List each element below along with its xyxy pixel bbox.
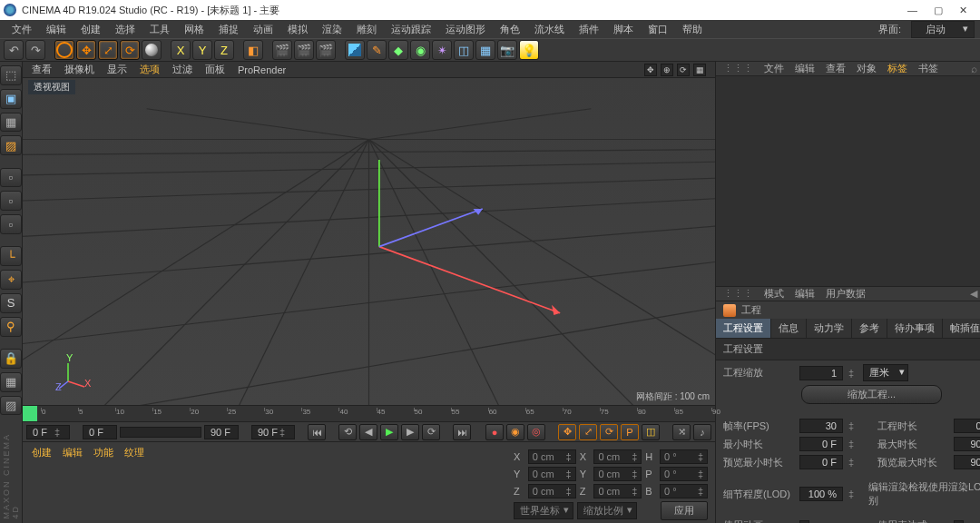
keyframe-sel-button[interactable]: ◎ — [527, 424, 545, 440]
render-settings-button[interactable]: 🎬 — [316, 40, 336, 60]
project-time-field[interactable]: 0 F — [954, 419, 981, 433]
menu-window[interactable]: 窗口 — [642, 21, 674, 38]
undo-button[interactable]: ↶ — [4, 40, 24, 60]
minimize-button[interactable]: — — [907, 5, 917, 16]
object-manager-tree[interactable] — [716, 76, 980, 287]
render-region-button[interactable]: 🎬 — [294, 40, 314, 60]
om-search-icon[interactable]: ⌕ — [971, 63, 977, 75]
attr-menu-edit[interactable]: 编辑 — [795, 287, 815, 301]
vp-layout-icon[interactable]: ▦ — [693, 64, 706, 76]
preview-min-field[interactable]: 0 F — [799, 455, 843, 469]
menu-script[interactable]: 脚本 — [607, 21, 640, 38]
light-button[interactable]: 💡 — [519, 40, 539, 60]
timeline-ruler[interactable]: 051015202530354045505560657075808590 — [23, 405, 715, 421]
rot-b-field[interactable]: 0 °‡ — [660, 484, 708, 498]
range-end-field[interactable]: 90 F — [204, 425, 239, 439]
texture-mode-button[interactable]: ▦ — [0, 113, 22, 133]
menu-create[interactable]: 创建 — [74, 21, 107, 38]
vp-zoom-icon[interactable]: ⊕ — [661, 64, 673, 76]
vp-menu-camera[interactable]: 摄像机 — [64, 63, 94, 76]
tab-reference[interactable]: 参考 — [852, 319, 887, 338]
tab-project-settings[interactable]: 工程设置 — [716, 319, 771, 338]
playhead[interactable] — [23, 406, 37, 421]
om-menu-view[interactable]: 查看 — [826, 62, 846, 75]
menu-pipeline[interactable]: 流水线 — [528, 21, 571, 38]
prev-frame-button[interactable]: ◀ — [359, 424, 377, 440]
make-editable-button[interactable]: ⬚ — [0, 65, 22, 85]
start-frame-field[interactable]: 0 F‡ — [26, 425, 70, 439]
mat-tab-tex[interactable]: 纹理 — [124, 446, 144, 459]
om-menu-edit[interactable]: 编辑 — [795, 62, 815, 75]
vp-menu-display[interactable]: 显示 — [107, 63, 127, 76]
fps-field[interactable]: 30 — [799, 419, 843, 433]
redo-button[interactable]: ↷ — [25, 40, 45, 60]
size-y-field[interactable]: 0 cm‡ — [593, 467, 642, 481]
attr-menu-mode[interactable]: 模式 — [764, 287, 784, 301]
edge-mode-button[interactable]: ▫ — [0, 191, 22, 211]
layout-select[interactable]: 启动 — [911, 21, 975, 38]
render-view-button[interactable]: 🎬 — [272, 40, 292, 60]
om-menu-file[interactable]: 文件 — [764, 62, 784, 75]
attr-back-icon[interactable]: ◀ — [970, 288, 977, 300]
autokey-button[interactable]: ◉ — [506, 424, 524, 440]
key-param-button[interactable]: P — [621, 424, 639, 440]
min-time-field[interactable]: 0 F — [799, 437, 843, 451]
lock-button[interactable]: 🔒 — [0, 349, 22, 369]
key-scale-button[interactable]: ⤢ — [579, 424, 597, 440]
deformer-button[interactable]: ◫ — [454, 40, 474, 60]
menu-select[interactable]: 选择 — [109, 21, 142, 38]
size-x-field[interactable]: 0 cm‡ — [593, 449, 642, 464]
next-key-button[interactable]: ⟳ — [422, 424, 440, 440]
menu-sculpt[interactable]: 雕刻 — [350, 21, 383, 38]
key-pos-button[interactable]: ✥ — [558, 424, 576, 440]
next-frame-button[interactable]: ▶ — [401, 424, 419, 440]
magnet-button[interactable]: ⚲ — [0, 317, 22, 337]
maximize-button[interactable]: ▢ — [934, 5, 943, 16]
menu-simulate[interactable]: 模拟 — [281, 21, 314, 38]
menu-mesh[interactable]: 网格 — [178, 21, 211, 38]
om-menu-bookmarks[interactable]: 书签 — [918, 62, 938, 75]
spline-pen-button[interactable]: ✎ — [367, 40, 387, 60]
coord-space-select[interactable]: 世界坐标 — [514, 502, 573, 519]
sound-button[interactable]: ♪ — [693, 424, 711, 440]
misc-2-button[interactable]: ▨ — [0, 396, 22, 416]
misc-1-button[interactable]: ▦ — [0, 372, 22, 392]
menu-plugins[interactable]: 插件 — [573, 21, 605, 38]
goto-end-button[interactable]: ⏭ — [453, 424, 471, 440]
snap-button[interactable]: S — [0, 293, 22, 313]
om-menu-object[interactable]: 对象 — [857, 62, 877, 75]
environment-button[interactable]: ▦ — [475, 40, 495, 60]
record-button[interactable]: ● — [485, 424, 504, 440]
move-tool[interactable]: ✥ — [76, 40, 96, 60]
axis-z-toggle[interactable]: Z — [214, 40, 234, 60]
scale-tool[interactable]: ⤢ — [98, 40, 118, 60]
vp-menu-prorender[interactable]: ProRender — [238, 64, 286, 75]
range-slider[interactable] — [120, 427, 201, 438]
close-button[interactable]: ✕ — [959, 5, 967, 16]
menu-mograph[interactable]: 运动图形 — [439, 21, 492, 38]
axis-mode-button[interactable]: └ — [0, 246, 22, 266]
coord-apply-button[interactable]: 应用 — [661, 501, 708, 520]
om-menu-tags[interactable]: 标签 — [887, 62, 907, 75]
pos-x-field[interactable]: 0 cm‡ — [528, 449, 576, 464]
vp-menu-view[interactable]: 查看 — [32, 63, 52, 76]
coord-scale-select[interactable]: 缩放比例 — [577, 502, 637, 519]
preview-max-field[interactable]: 90 F — [954, 455, 981, 469]
select-tool[interactable] — [54, 40, 74, 60]
mat-tab-edit[interactable]: 编辑 — [63, 446, 83, 459]
menu-render[interactable]: 渲染 — [316, 21, 348, 38]
tweak-mode-button[interactable]: ⌖ — [0, 270, 22, 290]
pos-y-field[interactable]: 0 cm‡ — [528, 467, 576, 481]
end-frame-field[interactable]: 90 F‡ — [251, 425, 295, 439]
tab-todo[interactable]: 待办事项 — [887, 319, 943, 338]
nurbs-button[interactable]: ◉ — [410, 40, 430, 60]
menu-animate[interactable]: 动画 — [247, 21, 279, 38]
vp-menu-filter[interactable]: 过滤 — [172, 63, 192, 76]
prev-key-button[interactable]: ⟲ — [338, 424, 357, 440]
axis-x-toggle[interactable]: X — [171, 40, 191, 60]
project-scale-field[interactable]: 1 — [799, 366, 843, 380]
primitive-cube-button[interactable] — [345, 40, 365, 60]
project-scale-unit-select[interactable]: 厘米 — [863, 364, 908, 381]
pos-z-field[interactable]: 0 cm‡ — [528, 484, 576, 498]
tab-info[interactable]: 信息 — [771, 319, 807, 338]
